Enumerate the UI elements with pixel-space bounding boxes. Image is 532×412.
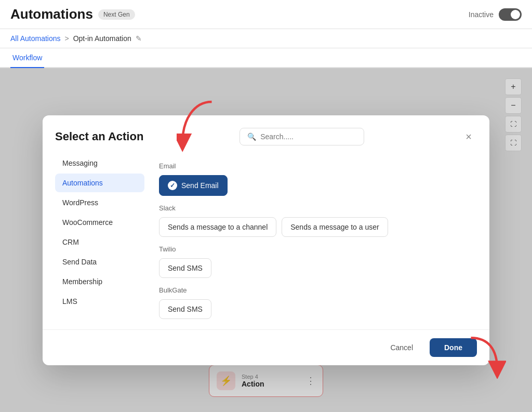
modal-title: Select an Action — [55, 130, 143, 143]
status-toggle[interactable] — [499, 8, 522, 21]
breadcrumb-separator: > — [65, 34, 69, 43]
tab-bar: Workflow — [0, 48, 532, 68]
send-email-label: Send Email — [181, 181, 219, 190]
modal-overlay: Select an Action 🔍 × Messaging Automatio… — [0, 68, 532, 412]
breadcrumb: All Automations > Opt-in Automation ✎ — [0, 29, 532, 48]
section-title-slack: Slack — [159, 204, 477, 212]
modal-search-container: 🔍 — [240, 128, 364, 145]
sidebar-item-woocommerce[interactable]: WooCommerce — [55, 213, 144, 232]
section-title-bulkgate: BulkGate — [159, 286, 477, 294]
status-label: Inactive — [469, 10, 494, 19]
top-bar: Automations Next Gen Inactive — [0, 0, 532, 29]
slack-actions: Sends a message to a channel Sends a mes… — [159, 217, 477, 237]
breadcrumb-current: Opt-in Automation — [73, 34, 131, 43]
page-title: Automations — [10, 6, 93, 22]
sidebar-item-wordpress[interactable]: WordPress — [55, 193, 144, 212]
modal-close-button[interactable]: × — [460, 128, 477, 145]
twilio-sms-button[interactable]: Send SMS — [159, 258, 211, 278]
slack-user-button[interactable]: Sends a message to a user — [282, 217, 388, 237]
sidebar-item-crm[interactable]: CRM — [55, 233, 144, 251]
sidebar-item-lms[interactable]: LMS — [55, 292, 144, 311]
bulkgate-actions: Send SMS — [159, 299, 477, 319]
done-button[interactable]: Done — [430, 338, 477, 357]
check-icon: ✓ — [168, 181, 177, 190]
top-bar-right: Inactive — [469, 8, 522, 21]
send-email-button[interactable]: ✓ Send Email — [159, 175, 228, 196]
modal-footer: Cancel Done — [43, 329, 489, 365]
modal-content: Email ✓ Send Email Slack Sends a message… — [149, 154, 477, 329]
edit-icon[interactable]: ✎ — [136, 34, 142, 43]
email-actions: ✓ Send Email — [159, 175, 477, 196]
sidebar-item-membership[interactable]: Membership — [55, 272, 144, 291]
canvas: + − ⛶ ⛶ ⚡ Step 4 Action ⋮ Select an Acti… — [0, 68, 532, 412]
modal-header: Select an Action 🔍 × — [43, 115, 489, 154]
breadcrumb-all-automations[interactable]: All Automations — [10, 34, 61, 43]
section-title-email: Email — [159, 162, 477, 170]
bulkgate-sms-button[interactable]: Send SMS — [159, 299, 211, 319]
modal-sidebar: Messaging Automations WordPress WooComme… — [55, 154, 149, 329]
cancel-button[interactable]: Cancel — [380, 338, 423, 357]
search-icon: 🔍 — [247, 132, 256, 141]
search-input[interactable] — [260, 132, 356, 141]
modal: Select an Action 🔍 × Messaging Automatio… — [43, 115, 489, 365]
next-gen-badge: Next Gen — [98, 9, 135, 20]
sidebar-item-messaging[interactable]: Messaging — [55, 154, 144, 172]
top-bar-left: Automations Next Gen — [10, 6, 135, 22]
twilio-actions: Send SMS — [159, 258, 477, 278]
sidebar-item-automations[interactable]: Automations — [55, 174, 144, 192]
sidebar-item-send-data[interactable]: Send Data — [55, 252, 144, 271]
section-title-twilio: Twilio — [159, 245, 477, 253]
modal-body: Messaging Automations WordPress WooComme… — [43, 154, 489, 329]
tab-workflow[interactable]: Workflow — [10, 48, 44, 68]
slack-channel-button[interactable]: Sends a message to a channel — [159, 217, 276, 237]
